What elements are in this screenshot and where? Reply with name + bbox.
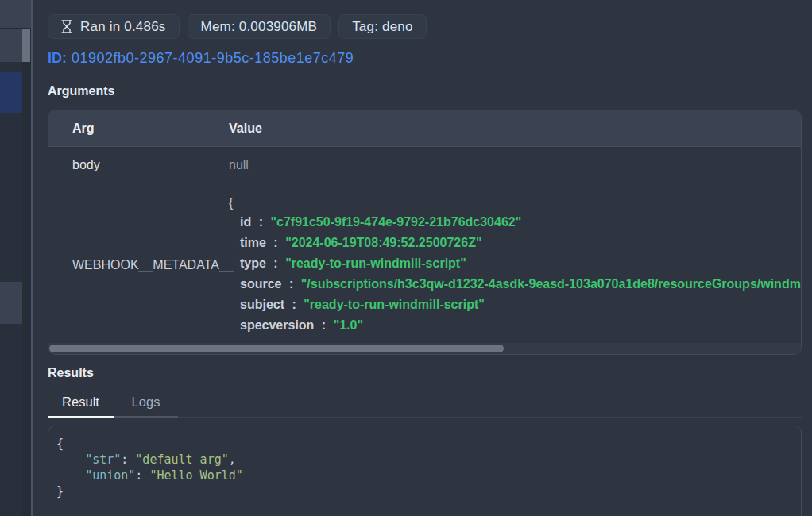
runs-list-scrollbar-track[interactable] — [22, 29, 31, 516]
run-detail-panel: Ran in 0.486s Mem: 0.003906MB Tag: deno … — [33, 0, 812, 516]
code-token: } — [56, 484, 64, 499]
runs-list-header — [0, 0, 31, 29]
run-detail-page: Ran in 0.486s Mem: 0.003906MB Tag: deno … — [0, 0, 812, 516]
object-viewer: { id : "c7f91c50-9f19-474e-9792-21b76dc3… — [229, 194, 801, 336]
arguments-title: Arguments — [48, 84, 802, 99]
tab-logs[interactable]: Logs — [114, 389, 178, 418]
object-colon: : — [269, 236, 281, 249]
result-json-viewer: { "str": "default arg", "union": "Hello … — [48, 426, 802, 516]
object-key: subject — [240, 298, 284, 311]
run-duration-label: Ran in 0.486s — [80, 19, 166, 35]
code-token: : — [135, 468, 149, 483]
table-horizontal-scrollbar-thumb[interactable] — [49, 345, 504, 352]
object-value: "2024-06-19T08:49:52.2500726Z" — [285, 236, 481, 249]
argument-row-webhook-metadata: WEBHOOK__METADATA__ { id : "c7f91c50-9f1… — [48, 183, 801, 343]
run-memory-label: Mem: 0.003906MB — [201, 19, 318, 35]
arguments-table-header: Arg Value — [48, 110, 801, 147]
arg-column-header: Arg — [48, 121, 229, 136]
code-indent — [56, 468, 85, 483]
table-horizontal-scrollbar[interactable] — [48, 343, 801, 354]
object-value: "ready-to-run-windmill-script" — [285, 256, 466, 270]
runs-list-scrollbar-thumb[interactable] — [22, 29, 30, 62]
runs-list-item-selected[interactable] — [0, 72, 22, 113]
code-token: , — [229, 452, 236, 467]
argument-row-body: body null — [48, 147, 801, 183]
object-key: id — [240, 215, 251, 229]
code-line: } — [56, 483, 793, 499]
run-stats-badges: Ran in 0.486s Mem: 0.003906MB Tag: deno — [48, 14, 802, 39]
object-entry: type : "ready-to-run-windmill-script" — [229, 253, 801, 274]
argument-value-null: null — [229, 158, 801, 172]
run-id-line: ID: 01902fb0-2967-4091-9b5c-185be1e7c479 — [48, 49, 802, 67]
code-line: "str": "default arg", — [56, 452, 793, 468]
runs-list-item[interactable] — [0, 29, 22, 62]
object-key: type — [240, 256, 266, 270]
arguments-table: Arg Value body null WEBHOOK__METADATA__ … — [48, 110, 802, 355]
run-memory-badge: Mem: 0.003906MB — [188, 14, 331, 39]
runs-list-item[interactable] — [0, 282, 22, 324]
code-token: : — [121, 452, 135, 467]
results-tabs: Result Logs — [48, 389, 802, 418]
object-entry: subject : "ready-to-run-windmill-script" — [229, 295, 801, 315]
run-id-label: ID: — [48, 50, 67, 67]
object-colon: : — [288, 298, 300, 311]
object-colon: : — [285, 277, 297, 291]
object-key: specversion — [240, 318, 314, 332]
code-token: { — [56, 437, 64, 451]
code-line: "union": "Hello World" — [56, 468, 793, 483]
results-title: Results — [48, 366, 802, 381]
object-key: time — [240, 236, 266, 249]
runs-list-sidebar — [0, 0, 31, 516]
object-entry: source : "/subscriptions/h3c3qw-d1232-4a… — [229, 274, 801, 295]
object-value: "1.0" — [334, 318, 363, 332]
code-string: "Hello World" — [149, 468, 242, 483]
code-string: "default arg" — [135, 452, 228, 467]
object-colon: : — [255, 215, 267, 229]
run-tag-badge: Tag: deno — [338, 14, 426, 39]
code-key: "union" — [85, 468, 135, 483]
code-key: "str" — [85, 452, 121, 467]
object-key: source — [240, 277, 281, 291]
argument-name: body — [48, 158, 229, 172]
object-colon: : — [269, 256, 281, 270]
run-duration-badge: Ran in 0.486s — [48, 14, 180, 39]
object-value: "c7f91c50-9f19-474e-9792-21b76dc30462" — [270, 215, 521, 229]
object-entry: specversion : "1.0" — [229, 315, 801, 336]
object-entry: id : "c7f91c50-9f19-474e-9792-21b76dc304… — [229, 212, 801, 233]
tab-result[interactable]: Result — [48, 389, 114, 418]
argument-name: WEBHOOK__METADATA__ — [48, 194, 229, 336]
value-column-header: Value — [229, 121, 801, 136]
object-open-brace: { — [229, 194, 801, 212]
object-value: "/subscriptions/h3c3qw-d1232-4asdk-9easd… — [301, 277, 801, 291]
object-value: "ready-to-run-windmill-script" — [304, 298, 485, 311]
object-colon: : — [318, 318, 330, 332]
run-tag-label: Tag: deno — [352, 19, 412, 35]
code-indent — [56, 452, 85, 467]
code-line: { — [56, 436, 793, 452]
object-entry: time : "2024-06-19T08:49:52.2500726Z" — [229, 233, 801, 253]
run-id-link[interactable]: 01902fb0-2967-4091-9b5c-185be1e7c479 — [72, 50, 354, 67]
hourglass-icon — [61, 20, 72, 33]
